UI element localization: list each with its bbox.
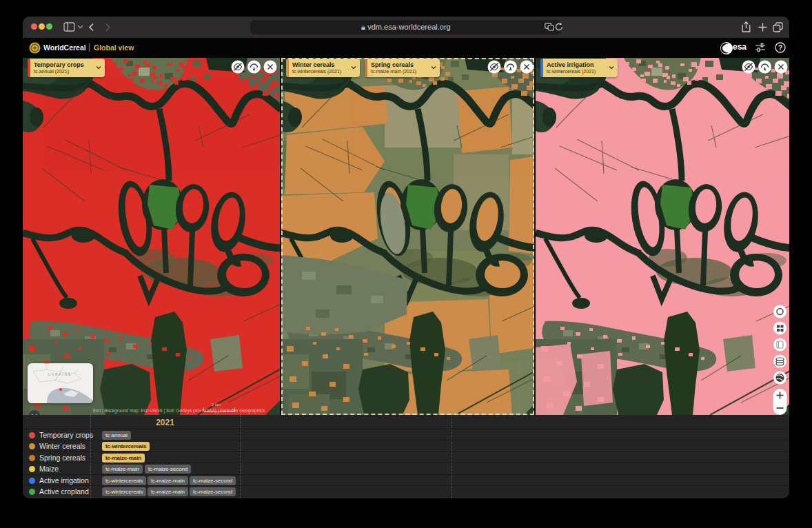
- svg-text:?: ?: [778, 44, 782, 52]
- svg-text:UKRAINE: UKRAINE: [48, 372, 72, 376]
